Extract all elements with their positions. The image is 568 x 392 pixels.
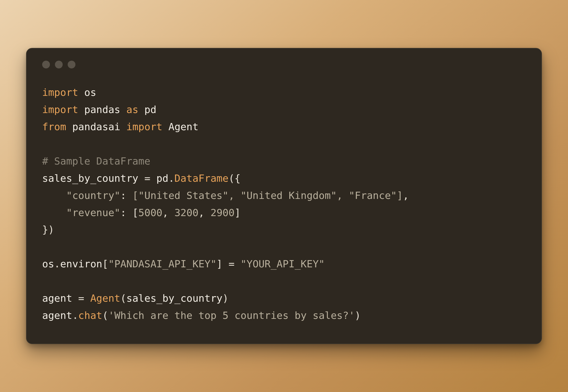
string-api-key-name: "PANDASAI_API_KEY" [108,258,216,270]
identifier-pandas: pandas [84,104,120,115]
keyword-as: as [126,104,138,115]
identifier-pd: pd [144,104,156,115]
paren-close: ) [222,293,229,304]
identifier-os: os [84,87,96,98]
number-2900: 2900 [211,207,235,218]
code-line-11: os.environ["PANDASAI_API_KEY"] = "YOUR_A… [42,258,325,270]
string-prompt: 'Which are the top 5 countries by sales?… [108,310,355,321]
identifier-os: os [42,258,54,270]
traffic-light-minimize-icon[interactable] [55,61,63,68]
dot: . [72,310,78,321]
identifier-sales-by-country: sales_by_country [126,293,222,304]
identifier-agent: Agent [168,121,198,132]
indent [42,207,66,218]
string-api-key-value: "YOUR_API_KEY" [240,258,324,270]
code-line-1: import os [42,87,96,98]
bracket-close: ] [217,258,223,270]
code-line-7: "country": ["United States", "United Kin… [42,190,409,201]
code-block: import os import pandas as pd from panda… [42,84,526,324]
code-line-13: agent = Agent(sales_by_country) [42,293,229,304]
paren-open: ( [102,310,108,321]
identifier-pandasai: pandasai [72,121,120,132]
code-line-3: from pandasai import Agent [42,121,199,132]
code-window: import os import pandas as pd from panda… [26,48,542,344]
code-line-6: sales_by_country = pd.DataFrame({ [42,173,240,184]
keyword-import: import [126,121,162,132]
string-key-revenue: "revenue" [66,207,120,218]
operator-eq: = [138,173,156,184]
colon: : [120,207,132,218]
comma: , [199,207,211,218]
identifier-agent: agent [42,310,72,321]
code-line-5: # Sample DataFrame [42,155,150,167]
brace-open: ({ [229,173,240,184]
bracket-open: [ [102,258,108,270]
func-dataframe: DataFrame [174,173,229,184]
paren-open: ( [120,293,126,304]
comma: , [163,207,174,218]
code-line-8: "revenue": [5000, 3200, 2900] [42,207,240,218]
traffic-light-zoom-icon[interactable] [68,61,75,68]
operator-eq: = [222,258,240,270]
window-controls [42,61,526,68]
dot: . [54,258,60,270]
code-line-14: agent.chat('Which are the top 5 countrie… [42,310,361,321]
bracket-close: ] [235,207,241,218]
identifier-environ: environ [60,258,102,270]
operator-eq: = [72,293,90,304]
number-3200: 3200 [174,207,199,218]
string-list-countries: ["United States", "United Kingdom", "Fra… [132,190,403,201]
paren-close: ) [355,310,361,321]
func-agent: Agent [90,293,120,304]
code-line-9: }) [42,224,54,235]
number-5000: 5000 [138,207,163,218]
keyword-from: from [42,121,66,132]
identifier-agent: agent [42,293,72,304]
keyword-import: import [42,87,78,98]
comment: # Sample DataFrame [42,155,150,167]
identifier-pd: pd [156,173,168,184]
brace-close: }) [42,224,54,235]
string-key-country: "country" [66,190,120,201]
code-line-2: import pandas as pd [42,104,156,115]
colon: : [120,190,132,201]
indent [42,190,66,201]
bracket-open: [ [132,207,138,218]
comma: , [403,190,409,201]
keyword-import: import [42,104,78,115]
dot: . [168,173,174,184]
traffic-light-close-icon[interactable] [42,61,50,68]
func-chat: chat [78,310,102,321]
identifier-sales-by-country: sales_by_country [42,173,138,184]
